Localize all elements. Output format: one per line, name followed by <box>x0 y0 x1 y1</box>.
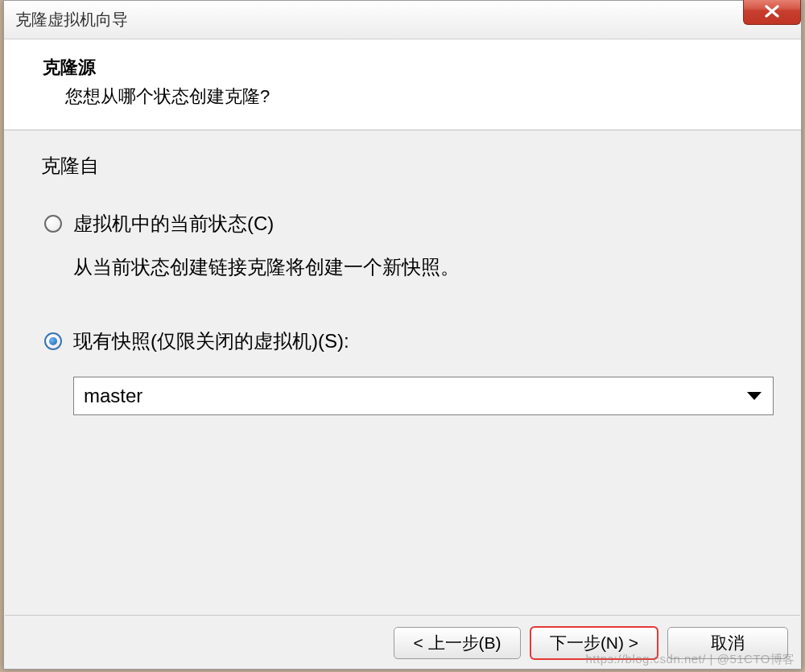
radio-icon-selected <box>44 332 62 350</box>
radio-current-label: 虚拟机中的当前状态(C) <box>73 211 274 237</box>
radio-current-state[interactable]: 虚拟机中的当前状态(C) <box>41 211 769 237</box>
close-icon <box>763 5 781 18</box>
chevron-down-icon <box>747 392 762 400</box>
dropdown-selected-text: master <box>84 385 142 407</box>
close-button[interactable] <box>743 0 801 25</box>
radio-existing-snapshot[interactable]: 现有快照(仅限关闭的虚拟机)(S): <box>41 328 769 354</box>
wizard-header: 克隆源 您想从哪个状态创建克隆? <box>4 39 801 130</box>
radio-snapshot-label: 现有快照(仅限关闭的虚拟机)(S): <box>73 328 349 354</box>
header-title: 克隆源 <box>43 56 777 80</box>
content-area: 克隆自 虚拟机中的当前状态(C) 从当前状态创建链接克隆将创建一个新快照。 现有… <box>4 130 801 431</box>
clone-wizard-dialog: 克隆虚拟机向导 克隆源 您想从哪个状态创建克隆? 克隆自 虚拟机中的当前状态(C… <box>3 0 802 670</box>
snapshot-dropdown[interactable]: master <box>73 377 774 415</box>
cancel-button[interactable]: 取消 <box>667 627 788 659</box>
window-title: 克隆虚拟机向导 <box>15 9 128 31</box>
title-bar: 克隆虚拟机向导 <box>4 1 801 39</box>
wizard-button-row: < 上一步(B) 下一步(N) > 取消 <box>394 627 788 659</box>
back-button[interactable]: < 上一步(B) <box>394 627 521 659</box>
next-button[interactable]: 下一步(N) > <box>530 627 658 659</box>
radio-dot-icon <box>49 337 57 345</box>
header-subtitle: 您想从哪个状态创建克隆? <box>43 85 777 109</box>
radio-current-description: 从当前状态创建链接克隆将创建一个新快照。 <box>41 253 769 282</box>
radio-icon <box>44 215 62 233</box>
section-label: 克隆自 <box>41 153 769 179</box>
separator <box>5 615 800 616</box>
